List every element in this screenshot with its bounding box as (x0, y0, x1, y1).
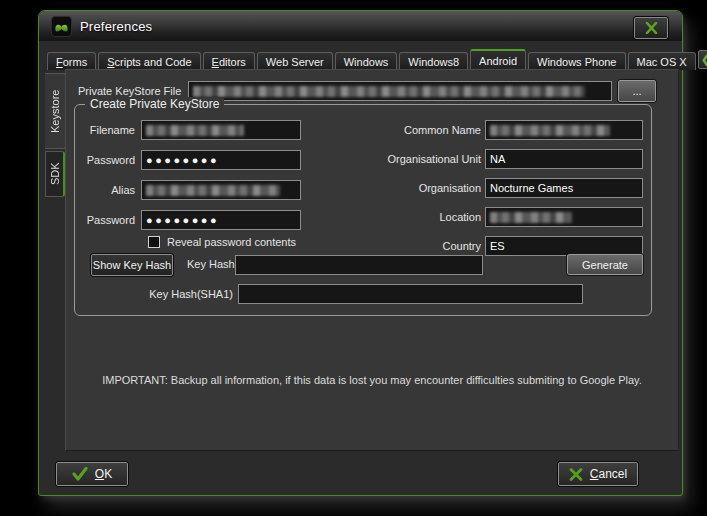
generate-button[interactable]: Generate (567, 254, 643, 275)
organisation-value: Nocturne Games (490, 182, 573, 194)
group-title: Create Private KeyStore (85, 97, 224, 111)
show-key-hash-button[interactable]: Show Key Hash (91, 254, 173, 276)
close-x-icon (645, 22, 658, 34)
reveal-password-checkbox[interactable] (148, 236, 160, 248)
key-hash-field[interactable] (235, 255, 483, 275)
close-button[interactable] (634, 17, 668, 39)
side-tab-sdk[interactable]: SDK (45, 151, 65, 197)
key-hash-sha1-field[interactable] (238, 284, 583, 304)
location-label: Location (371, 211, 481, 223)
private-keystore-file-field[interactable] (188, 81, 612, 101)
common-name-field[interactable] (485, 120, 643, 140)
reveal-password-label: Reveal password contents (167, 236, 296, 248)
tab-scripts-and-code[interactable]: Scripts and Code (98, 52, 200, 70)
censored-filename (146, 125, 244, 136)
password-field[interactable]: ●●●●●●●● (141, 150, 301, 170)
preferences-window: Preferences Forms Scripts and Code Edito… (38, 10, 683, 496)
browse-button[interactable]: ... (618, 80, 656, 102)
filename-field[interactable] (141, 120, 301, 140)
tab-editors[interactable]: Editors (203, 52, 255, 70)
tab-windows8[interactable]: Windows8 (399, 52, 468, 70)
title-bar[interactable]: Preferences (39, 11, 682, 41)
censored-alias (146, 185, 280, 196)
ok-label: OK (95, 467, 112, 481)
censored-common-name (490, 125, 610, 136)
filename-label: Filename (75, 124, 135, 136)
cancel-x-icon (569, 468, 583, 481)
app-logo-icon (51, 16, 72, 37)
password-label: Password (75, 154, 135, 166)
side-tab-strip: Keystore SDK (45, 73, 66, 199)
location-field[interactable] (485, 207, 643, 227)
org-unit-value: NA (490, 153, 505, 165)
preferences-tab-bar: Forms Scripts and Code Editors Web Serve… (47, 49, 676, 70)
ok-button[interactable]: OK (56, 462, 128, 486)
censored-location (490, 212, 572, 223)
country-field[interactable]: ES (485, 236, 643, 256)
country-label: Country (371, 240, 481, 252)
tab-android[interactable]: Android (470, 49, 526, 70)
org-unit-field[interactable]: NA (485, 149, 643, 169)
key-hash-sha1-label: Key Hash(SHA1) (115, 288, 233, 300)
private-keystore-file-label: Private KeyStore File (78, 85, 181, 97)
password2-label: Password (75, 214, 135, 226)
censored-file-path (193, 86, 585, 97)
password2-dots: ●●●●●●●● (146, 215, 219, 226)
key-hash-label: Key Hash (187, 258, 235, 270)
org-unit-label: Organisational Unit (371, 153, 481, 165)
password-dots: ●●●●●●●● (146, 155, 219, 166)
ok-check-icon (72, 467, 88, 481)
keystore-panel: Private KeyStore File ... Create Private… (65, 69, 679, 451)
organisation-label: Organisation (371, 182, 481, 194)
tab-mac-os-x[interactable]: Mac OS X (628, 52, 696, 70)
alias-label: Alias (75, 184, 135, 196)
common-name-label: Common Name (371, 124, 481, 136)
important-note: IMPORTANT: Backup all information, if th… (66, 374, 678, 386)
tab-forms[interactable]: Forms (47, 52, 96, 70)
tab-scroll-left-icon[interactable]: ❮ (698, 50, 707, 69)
cancel-label: Cancel (590, 467, 627, 481)
country-value: ES (490, 240, 505, 252)
create-private-keystore-group: Create Private KeyStore Filename Passwor… (74, 104, 652, 316)
organisation-field[interactable]: Nocturne Games (485, 178, 643, 198)
alias-field[interactable] (141, 180, 301, 200)
window-title: Preferences (80, 19, 152, 34)
password2-field[interactable]: ●●●●●●●● (141, 210, 301, 230)
side-tab-keystore[interactable]: Keystore (45, 73, 67, 149)
tab-windows[interactable]: Windows (335, 52, 398, 70)
tab-web-server[interactable]: Web Server (257, 52, 333, 70)
tab-scrollers: ❮ ❯ (698, 50, 707, 70)
cancel-button[interactable]: Cancel (558, 462, 638, 486)
tab-windows-phone[interactable]: Windows Phone (528, 52, 626, 70)
